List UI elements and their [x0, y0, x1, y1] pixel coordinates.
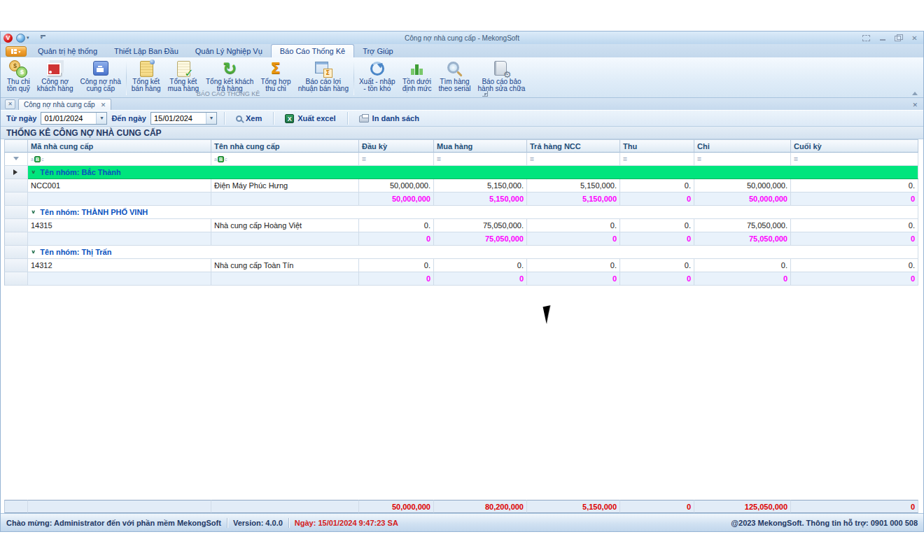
filter-cell-3[interactable]: =: [359, 153, 434, 166]
ribbon-button-inventory-flow[interactable]: Xuất - nhập- tồn kho: [356, 59, 399, 92]
cell-4[interactable]: 75,050,000.: [434, 219, 527, 232]
cell-8[interactable]: 0.: [791, 179, 918, 192]
collapse-group-icon[interactable]: ∨: [31, 249, 36, 255]
from-date-input[interactable]: 01/01/2024 ▼: [41, 112, 107, 125]
filter-cell-2[interactable]: aBc: [211, 153, 359, 166]
ribbon-button-supplier-debt[interactable]: Công nợ nhàcung cấp: [77, 59, 125, 92]
ribbon-button-customer-returns[interactable]: Tổng kết kháchtrả hàng: [202, 59, 257, 92]
group-row[interactable]: ∨Tên nhóm: Thị Trấn: [4, 246, 918, 259]
cell-8[interactable]: 0.: [791, 219, 918, 232]
group-header-cell[interactable]: ∨Tên nhóm: Bắc Thành: [28, 166, 918, 179]
cell-1[interactable]: NCC001: [28, 179, 211, 192]
ribbon-button-serial-search[interactable]: Tìm hàngtheo serial: [435, 59, 474, 92]
column-header-7[interactable]: Chi: [694, 139, 791, 153]
view-button[interactable]: Xem: [232, 113, 266, 124]
cell-1[interactable]: 14315: [28, 219, 211, 232]
cell-2[interactable]: Điện Máy Phúc Hưng: [211, 179, 359, 192]
cell-5[interactable]: 5,150,000.: [527, 179, 620, 192]
column-header-4[interactable]: Mua hàng: [434, 139, 527, 153]
column-header-6[interactable]: Thu: [620, 139, 694, 153]
cell-2[interactable]: Nhà cung cấp Toàn Tín: [211, 259, 359, 272]
application-menu-button[interactable]: ▾: [6, 46, 27, 57]
ribbon-button-customer-debt[interactable]: Công nợkhách hàng: [34, 59, 77, 92]
cell-6[interactable]: 0.: [620, 259, 694, 272]
cell-2[interactable]: Nhà cung cấp Hoàng Việt: [211, 219, 359, 232]
cell-1[interactable]: 14312: [28, 259, 211, 272]
filter-cell-7[interactable]: =: [694, 153, 791, 166]
collapse-group-icon[interactable]: ∨: [31, 209, 36, 215]
cell-4[interactable]: 0.: [434, 259, 527, 272]
menu-tab-4[interactable]: Báo Cáo Thống Kê: [271, 44, 354, 57]
column-header-3[interactable]: Đầu kỳ: [359, 139, 434, 153]
collapse-group-icon[interactable]: ∨: [31, 169, 36, 175]
equals-filter-icon: =: [362, 155, 366, 163]
group-header-cell[interactable]: ∨Tên nhóm: THÀNH PHỐ VINH: [28, 206, 918, 219]
cell-7[interactable]: 50,000,000.: [694, 179, 791, 192]
printer-icon: [359, 115, 369, 122]
to-date-input[interactable]: 15/01/2024 ▼: [150, 112, 217, 125]
menu-tab-3[interactable]: Quản Lý Nghiệp Vụ: [187, 45, 271, 57]
menu-tab-2[interactable]: Thiết Lập Ban Đầu: [106, 45, 187, 57]
group-header-cell[interactable]: ∨Tên nhóm: Thị Trấn: [28, 246, 918, 259]
ribbon-button-purchase-summary[interactable]: Tổng kếtmua hàng: [164, 59, 202, 92]
ribbon-button-low-stock[interactable]: Tồn dướiđịnh mức: [399, 59, 435, 92]
close-tab-icon[interactable]: ✕: [101, 102, 106, 108]
row-indicator-cell: [4, 192, 28, 206]
tab-cong-no-nha-cung-cap[interactable]: Công nợ nhà cung cấp ✕: [18, 99, 111, 110]
filter-cell-6[interactable]: =: [620, 153, 694, 166]
print-list-button[interactable]: In danh sách: [355, 113, 424, 124]
column-header-2[interactable]: Tên nhà cung cấp: [211, 139, 359, 153]
menu-tab-1[interactable]: Quản trị hệ thống: [29, 45, 106, 57]
table-row[interactable]: 14315Nhà cung cấp Hoàng Việt0.75,050,000…: [4, 219, 918, 232]
inventory-flow-icon: [367, 59, 388, 78]
excel-icon: X: [285, 114, 294, 123]
minimize-icon[interactable]: [876, 34, 888, 43]
menu-tab-5[interactable]: Trợ Giúp: [354, 45, 401, 57]
group-row[interactable]: ∨Tên nhóm: Bắc Thành: [4, 166, 918, 179]
dialog-launcher-icon[interactable]: [482, 91, 488, 97]
export-excel-button[interactable]: X Xuất excel: [281, 113, 340, 125]
filter-cell-4[interactable]: =: [434, 153, 527, 166]
to-date-dropdown-icon[interactable]: ▼: [206, 113, 216, 124]
ribbon-button-warranty-report[interactable]: Báo cáo bảohành sửa chữa: [475, 59, 529, 92]
close-document-icon[interactable]: ✕: [5, 99, 15, 109]
cell-6[interactable]: 0.: [620, 179, 694, 192]
table-row[interactable]: NCC001Điện Máy Phúc Hưng50,000,000.5,150…: [4, 179, 918, 192]
group-row[interactable]: ∨Tên nhóm: THÀNH PHỐ VINH: [4, 206, 918, 219]
filter-cell-8[interactable]: =: [791, 153, 918, 166]
subtotal-value: 75,050,000: [694, 232, 791, 246]
close-icon[interactable]: ✕: [909, 34, 920, 43]
cell-6[interactable]: 0.: [620, 219, 694, 232]
table-row[interactable]: 14312Nhà cung cấp Toàn Tín0.0.0.0.0.0.: [4, 259, 918, 272]
from-date-dropdown-icon[interactable]: ▼: [96, 113, 106, 124]
equals-filter-icon: =: [794, 155, 798, 163]
ribbon-button-sales-summary[interactable]: Tổng kếtbán hàng: [128, 59, 164, 92]
column-header-5[interactable]: Trả hàng NCC: [527, 139, 620, 153]
column-header-8[interactable]: Cuối kỳ: [791, 139, 918, 153]
subtotal-empty-cell: [28, 232, 211, 246]
cell-7[interactable]: 75,050,000.: [694, 219, 791, 232]
cell-7[interactable]: 0.: [694, 259, 791, 272]
fit-window-icon[interactable]: [860, 34, 872, 43]
ribbon-button-coins[interactable]: Thu chitồn quỹ: [4, 59, 34, 92]
filter-funnel-icon[interactable]: [4, 153, 28, 166]
ribbon-button-income-expense[interactable]: Tổng hợpthu chi: [257, 59, 294, 92]
restore-icon[interactable]: [892, 34, 904, 43]
column-header-1[interactable]: Mã nhà cung cấp: [28, 139, 211, 153]
cell-3[interactable]: 0.: [359, 219, 434, 232]
row-indicator-cell: [4, 259, 28, 272]
row-indicator-cell: [4, 206, 28, 219]
collapse-ribbon-icon[interactable]: [912, 89, 918, 95]
grid-header-row: Mã nhà cung cấpTên nhà cung cấpĐầu kỳMua…: [4, 139, 918, 153]
cell-3[interactable]: 0.: [359, 259, 434, 272]
ribbon-button-profit-report[interactable]: Báo cáo lợinhuận bán hàng: [295, 59, 352, 92]
cell-3[interactable]: 50,000,000.: [359, 179, 434, 192]
filter-cell-1[interactable]: aBc: [28, 153, 211, 166]
cell-4[interactable]: 5,150,000.: [434, 179, 527, 192]
cell-5[interactable]: 0.: [527, 219, 620, 232]
close-view-icon[interactable]: ✕: [912, 102, 918, 108]
cell-8[interactable]: 0.: [791, 259, 918, 272]
cell-5[interactable]: 0.: [527, 259, 620, 272]
doc-tab-label: Công nợ nhà cung cấp: [24, 101, 95, 108]
filter-cell-5[interactable]: =: [527, 153, 620, 166]
